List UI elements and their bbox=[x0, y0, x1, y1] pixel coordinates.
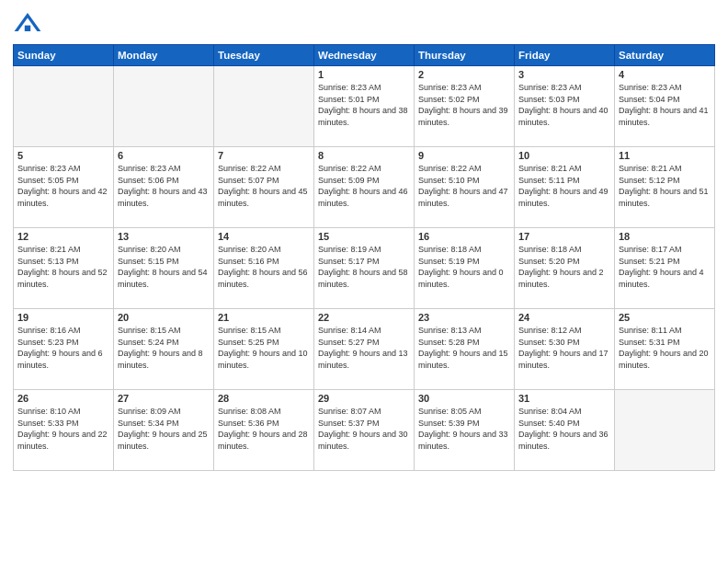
logo-icon bbox=[13, 9, 42, 39]
day-info: Sunrise: 8:22 AMSunset: 5:10 PMDaylight:… bbox=[418, 163, 510, 209]
weekday-saturday: Saturday bbox=[615, 45, 715, 66]
day-info: Sunrise: 8:15 AMSunset: 5:24 PMDaylight:… bbox=[118, 325, 210, 371]
day-number: 7 bbox=[218, 150, 310, 161]
day-number: 30 bbox=[418, 393, 510, 404]
calendar-cell: 12Sunrise: 8:21 AMSunset: 5:13 PMDayligh… bbox=[14, 228, 114, 309]
calendar-cell: 22Sunrise: 8:14 AMSunset: 5:27 PMDayligh… bbox=[314, 309, 415, 390]
day-info: Sunrise: 8:10 AMSunset: 5:33 PMDaylight:… bbox=[17, 406, 109, 452]
calendar-cell: 25Sunrise: 8:11 AMSunset: 5:31 PMDayligh… bbox=[615, 309, 715, 390]
day-info: Sunrise: 8:16 AMSunset: 5:23 PMDaylight:… bbox=[17, 325, 109, 371]
day-info: Sunrise: 8:18 AMSunset: 5:19 PMDaylight:… bbox=[418, 244, 510, 290]
day-number: 1 bbox=[318, 69, 410, 80]
week-row-3: 19Sunrise: 8:16 AMSunset: 5:23 PMDayligh… bbox=[14, 309, 715, 390]
calendar-cell: 29Sunrise: 8:07 AMSunset: 5:37 PMDayligh… bbox=[314, 390, 415, 471]
calendar-cell: 31Sunrise: 8:04 AMSunset: 5:40 PMDayligh… bbox=[515, 390, 615, 471]
day-info: Sunrise: 8:23 AMSunset: 5:04 PMDaylight:… bbox=[619, 82, 711, 128]
day-number: 20 bbox=[118, 312, 210, 323]
calendar-body: 1Sunrise: 8:23 AMSunset: 5:01 PMDaylight… bbox=[14, 66, 715, 471]
calendar-cell: 14Sunrise: 8:20 AMSunset: 5:16 PMDayligh… bbox=[214, 228, 314, 309]
calendar-cell: 3Sunrise: 8:23 AMSunset: 5:03 PMDaylight… bbox=[515, 66, 615, 147]
calendar-cell: 8Sunrise: 8:22 AMSunset: 5:09 PMDaylight… bbox=[314, 147, 415, 228]
day-number: 8 bbox=[318, 150, 410, 161]
calendar-cell: 23Sunrise: 8:13 AMSunset: 5:28 PMDayligh… bbox=[415, 309, 515, 390]
calendar-cell: 18Sunrise: 8:17 AMSunset: 5:21 PMDayligh… bbox=[615, 228, 715, 309]
day-info: Sunrise: 8:20 AMSunset: 5:16 PMDaylight:… bbox=[218, 244, 310, 290]
day-info: Sunrise: 8:19 AMSunset: 5:17 PMDaylight:… bbox=[318, 244, 410, 290]
day-info: Sunrise: 8:12 AMSunset: 5:30 PMDaylight:… bbox=[518, 325, 610, 371]
week-row-2: 12Sunrise: 8:21 AMSunset: 5:13 PMDayligh… bbox=[14, 228, 715, 309]
day-info: Sunrise: 8:13 AMSunset: 5:28 PMDaylight:… bbox=[418, 325, 510, 371]
day-number: 25 bbox=[619, 312, 711, 323]
day-number: 23 bbox=[418, 312, 510, 323]
day-number: 3 bbox=[518, 69, 610, 80]
calendar-cell bbox=[214, 66, 314, 147]
day-number: 18 bbox=[619, 231, 711, 242]
day-info: Sunrise: 8:18 AMSunset: 5:20 PMDaylight:… bbox=[518, 244, 610, 290]
calendar-cell: 7Sunrise: 8:22 AMSunset: 5:07 PMDaylight… bbox=[214, 147, 314, 228]
weekday-monday: Monday bbox=[114, 45, 214, 66]
day-info: Sunrise: 8:08 AMSunset: 5:36 PMDaylight:… bbox=[218, 406, 310, 452]
calendar-cell: 27Sunrise: 8:09 AMSunset: 5:34 PMDayligh… bbox=[114, 390, 214, 471]
day-number: 21 bbox=[218, 312, 310, 323]
day-number: 2 bbox=[418, 69, 510, 80]
day-number: 12 bbox=[17, 231, 109, 242]
calendar-cell: 9Sunrise: 8:22 AMSunset: 5:10 PMDaylight… bbox=[415, 147, 515, 228]
day-number: 26 bbox=[17, 393, 109, 404]
calendar-cell: 13Sunrise: 8:20 AMSunset: 5:15 PMDayligh… bbox=[114, 228, 214, 309]
day-info: Sunrise: 8:14 AMSunset: 5:27 PMDaylight:… bbox=[318, 325, 410, 371]
day-info: Sunrise: 8:05 AMSunset: 5:39 PMDaylight:… bbox=[418, 406, 510, 452]
day-number: 15 bbox=[318, 231, 410, 242]
day-info: Sunrise: 8:21 AMSunset: 5:12 PMDaylight:… bbox=[619, 163, 711, 209]
day-info: Sunrise: 8:22 AMSunset: 5:07 PMDaylight:… bbox=[218, 163, 310, 209]
calendar-cell: 21Sunrise: 8:15 AMSunset: 5:25 PMDayligh… bbox=[214, 309, 314, 390]
day-number: 5 bbox=[17, 150, 109, 161]
calendar-cell: 10Sunrise: 8:21 AMSunset: 5:11 PMDayligh… bbox=[515, 147, 615, 228]
weekday-thursday: Thursday bbox=[415, 45, 515, 66]
day-info: Sunrise: 8:22 AMSunset: 5:09 PMDaylight:… bbox=[318, 163, 410, 209]
calendar-cell: 5Sunrise: 8:23 AMSunset: 5:05 PMDaylight… bbox=[14, 147, 114, 228]
day-info: Sunrise: 8:09 AMSunset: 5:34 PMDaylight:… bbox=[118, 406, 210, 452]
logo bbox=[13, 9, 46, 39]
calendar-header: SundayMondayTuesdayWednesdayThursdayFrid… bbox=[14, 45, 715, 66]
calendar-cell: 11Sunrise: 8:21 AMSunset: 5:12 PMDayligh… bbox=[615, 147, 715, 228]
calendar-cell: 30Sunrise: 8:05 AMSunset: 5:39 PMDayligh… bbox=[415, 390, 515, 471]
day-info: Sunrise: 8:11 AMSunset: 5:31 PMDaylight:… bbox=[619, 325, 711, 371]
weekday-tuesday: Tuesday bbox=[214, 45, 314, 66]
day-info: Sunrise: 8:23 AMSunset: 5:05 PMDaylight:… bbox=[17, 163, 109, 209]
calendar-cell: 17Sunrise: 8:18 AMSunset: 5:20 PMDayligh… bbox=[515, 228, 615, 309]
day-number: 10 bbox=[518, 150, 610, 161]
weekday-friday: Friday bbox=[515, 45, 615, 66]
day-info: Sunrise: 8:15 AMSunset: 5:25 PMDaylight:… bbox=[218, 325, 310, 371]
week-row-1: 5Sunrise: 8:23 AMSunset: 5:05 PMDaylight… bbox=[14, 147, 715, 228]
calendar-cell bbox=[14, 66, 114, 147]
day-info: Sunrise: 8:23 AMSunset: 5:06 PMDaylight:… bbox=[118, 163, 210, 209]
calendar-cell: 2Sunrise: 8:23 AMSunset: 5:02 PMDaylight… bbox=[415, 66, 515, 147]
day-number: 4 bbox=[619, 69, 711, 80]
calendar-cell: 20Sunrise: 8:15 AMSunset: 5:24 PMDayligh… bbox=[114, 309, 214, 390]
day-number: 11 bbox=[619, 150, 711, 161]
calendar: SundayMondayTuesdayWednesdayThursdayFrid… bbox=[13, 44, 715, 471]
day-info: Sunrise: 8:23 AMSunset: 5:01 PMDaylight:… bbox=[318, 82, 410, 128]
day-number: 17 bbox=[518, 231, 610, 242]
day-number: 9 bbox=[418, 150, 510, 161]
day-number: 27 bbox=[118, 393, 210, 404]
day-info: Sunrise: 8:20 AMSunset: 5:15 PMDaylight:… bbox=[118, 244, 210, 290]
svg-rect-2 bbox=[25, 26, 30, 31]
calendar-cell: 19Sunrise: 8:16 AMSunset: 5:23 PMDayligh… bbox=[14, 309, 114, 390]
calendar-cell: 1Sunrise: 8:23 AMSunset: 5:01 PMDaylight… bbox=[314, 66, 415, 147]
day-number: 22 bbox=[318, 312, 410, 323]
day-info: Sunrise: 8:07 AMSunset: 5:37 PMDaylight:… bbox=[318, 406, 410, 452]
day-number: 31 bbox=[518, 393, 610, 404]
calendar-cell: 26Sunrise: 8:10 AMSunset: 5:33 PMDayligh… bbox=[14, 390, 114, 471]
calendar-cell: 28Sunrise: 8:08 AMSunset: 5:36 PMDayligh… bbox=[214, 390, 314, 471]
day-number: 6 bbox=[118, 150, 210, 161]
calendar-cell: 15Sunrise: 8:19 AMSunset: 5:17 PMDayligh… bbox=[314, 228, 415, 309]
calendar-cell: 6Sunrise: 8:23 AMSunset: 5:06 PMDaylight… bbox=[114, 147, 214, 228]
calendar-cell: 4Sunrise: 8:23 AMSunset: 5:04 PMDaylight… bbox=[615, 66, 715, 147]
calendar-cell bbox=[615, 390, 715, 471]
weekday-wednesday: Wednesday bbox=[314, 45, 415, 66]
week-row-0: 1Sunrise: 8:23 AMSunset: 5:01 PMDaylight… bbox=[14, 66, 715, 147]
day-number: 13 bbox=[118, 231, 210, 242]
day-number: 16 bbox=[418, 231, 510, 242]
day-info: Sunrise: 8:21 AMSunset: 5:13 PMDaylight:… bbox=[17, 244, 109, 290]
